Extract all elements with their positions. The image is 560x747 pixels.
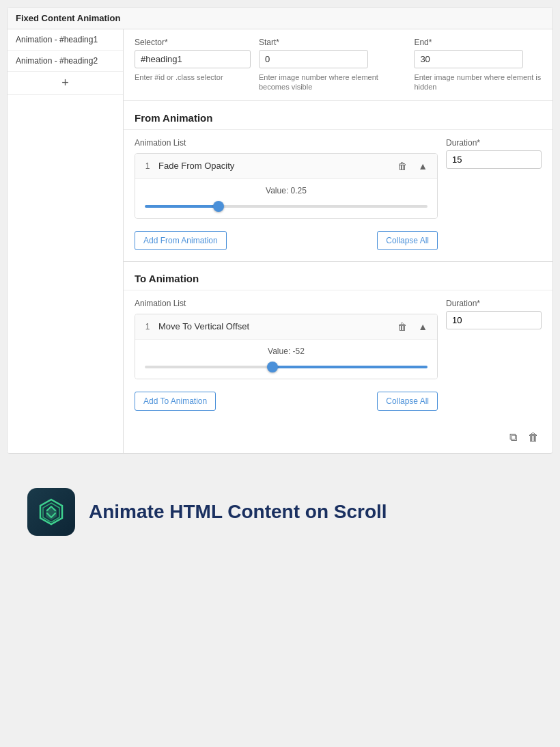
from-anim-up-btn[interactable]: ▲ [415, 159, 430, 173]
to-anim-list-label: Animation List [135, 299, 438, 308]
end-field-group: End* Enter image number where element is… [414, 38, 542, 92]
add-from-animation-button[interactable]: Add From Animation [135, 231, 227, 250]
from-anim-list-label: Animation List [135, 138, 438, 148]
copy-button[interactable]: ⧉ [507, 429, 520, 446]
from-duration-label: Duration* [446, 138, 542, 148]
branding-area: Animate HTML Content on Scroll [7, 467, 553, 556]
bottom-icons-row: ⧉ 🗑 [124, 422, 552, 453]
content-area: Selector* Enter #id or .class selector S… [124, 29, 552, 453]
to-value-number: -52 [293, 347, 305, 356]
card-title: Fixed Content Animation [16, 13, 120, 23]
brand-logo [27, 488, 75, 536]
from-anim-block: 1 Fade From Opacity 🗑 ▲ [135, 153, 438, 219]
start-label: Start* [259, 38, 406, 47]
add-from-animation-label: Add From Animation [143, 236, 218, 245]
end-input[interactable] [414, 50, 523, 68]
from-anim-number: 1 [142, 161, 153, 171]
end-label: End* [414, 38, 542, 47]
to-value-label-text: Value: [268, 347, 290, 356]
from-animation-title: From Animation [135, 112, 212, 124]
to-anim-block: 1 Move To Vertical Offset 🗑 ▲ [135, 314, 438, 379]
end-hint: Enter image number where element is hidd… [414, 72, 542, 92]
start-hint: Enter image number where element becomes… [259, 72, 406, 92]
from-anim-list-col: Animation List 1 Fade From Opacity 🗑 [135, 138, 438, 253]
to-anim-item-row: 1 Move To Vertical Offset 🗑 ▲ [135, 314, 437, 340]
to-anim-up-btn[interactable]: ▲ [415, 320, 430, 334]
arrow-up-icon: ▲ [418, 321, 428, 332]
from-duration-col: Duration* [446, 138, 542, 169]
sidebar-item-heading1[interactable]: Animation - #heading1 [8, 29, 123, 51]
to-anim-duration-row: Animation List 1 Move To Vertical Offset… [135, 299, 542, 413]
sidebar: Animation - #heading1 Animation - #headi… [8, 29, 124, 453]
sidebar-item-label-1: Animation - #heading1 [16, 35, 98, 44]
main-card: Fixed Content Animation Animation - #hea… [7, 7, 553, 454]
from-collapse-all-label: Collapse All [386, 236, 429, 245]
to-animation-header: To Animation [124, 262, 552, 290]
sidebar-add-button[interactable]: + [8, 72, 123, 95]
add-to-animation-button[interactable]: Add To Animation [135, 392, 216, 411]
to-anim-list-col: Animation List 1 Move To Vertical Offset… [135, 299, 438, 413]
trash-icon: 🗑 [397, 321, 407, 332]
to-duration-input[interactable] [446, 311, 542, 329]
trash-icon: 🗑 [397, 161, 407, 172]
trash-icon: 🗑 [528, 431, 539, 443]
to-duration-col: Duration* [446, 299, 542, 329]
selector-input[interactable] [135, 50, 251, 68]
to-anim-buttons-row: Add To Animation Collapse All [135, 386, 438, 413]
layout-wrapper: Animation - #heading1 Animation - #headi… [8, 29, 552, 453]
start-input[interactable] [259, 50, 368, 68]
fields-row: Selector* Enter #id or .class selector S… [124, 29, 552, 101]
brand-title: Animate HTML Content on Scroll [89, 501, 387, 523]
brand-logo-svg [36, 497, 66, 527]
to-slider-row: Value: -52 [135, 340, 437, 379]
from-value-label: Value: 0.25 [145, 186, 428, 195]
card-header: Fixed Content Animation [8, 8, 552, 29]
from-slider-row: Value: 0.25 [135, 179, 437, 218]
sidebar-item-heading2[interactable]: Animation - #heading2 [8, 51, 123, 72]
from-slider[interactable] [145, 205, 428, 208]
from-anim-item-row: 1 Fade From Opacity 🗑 ▲ [135, 154, 437, 179]
arrow-up-icon: ▲ [418, 161, 428, 172]
from-animation-header: From Animation [124, 101, 552, 130]
selector-label: Selector* [135, 38, 251, 47]
copy-icon: ⧉ [509, 431, 517, 443]
from-value-label-text: Value: [266, 186, 288, 195]
from-anim-name: Fade From Opacity [158, 161, 389, 171]
add-to-animation-label: Add To Animation [143, 396, 207, 406]
delete-button[interactable]: 🗑 [525, 429, 542, 446]
selector-field-group: Selector* Enter #id or .class selector [135, 38, 251, 82]
to-collapse-all-label: Collapse All [386, 396, 429, 406]
sidebar-item-label-2: Animation - #heading2 [16, 56, 98, 66]
from-value-number: 0.25 [291, 186, 307, 195]
to-anim-delete-btn[interactable]: 🗑 [395, 320, 410, 334]
sidebar-add-icon: + [61, 76, 69, 90]
from-duration-input[interactable] [446, 150, 542, 169]
from-anim-delete-btn[interactable]: 🗑 [395, 159, 410, 173]
to-slider[interactable] [145, 366, 428, 368]
to-value-label: Value: -52 [145, 347, 428, 356]
from-collapse-all-button[interactable]: Collapse All [377, 231, 438, 250]
to-collapse-all-button[interactable]: Collapse All [377, 392, 438, 411]
from-anim-buttons-row: Add From Animation Collapse All [135, 226, 438, 253]
to-animation-section: Animation List 1 Move To Vertical Offset… [124, 290, 552, 422]
selector-hint: Enter #id or .class selector [135, 72, 251, 82]
to-anim-name: Move To Vertical Offset [158, 321, 389, 331]
from-anim-duration-row: Animation List 1 Fade From Opacity 🗑 [135, 138, 542, 253]
main-container: Fixed Content Animation Animation - #hea… [0, 0, 560, 563]
start-field-group: Start* Enter image number where element … [259, 38, 406, 92]
from-animation-section: Animation List 1 Fade From Opacity 🗑 [124, 130, 552, 261]
to-anim-number: 1 [142, 322, 153, 331]
to-animation-title: To Animation [135, 273, 199, 284]
to-duration-label: Duration* [446, 299, 542, 308]
